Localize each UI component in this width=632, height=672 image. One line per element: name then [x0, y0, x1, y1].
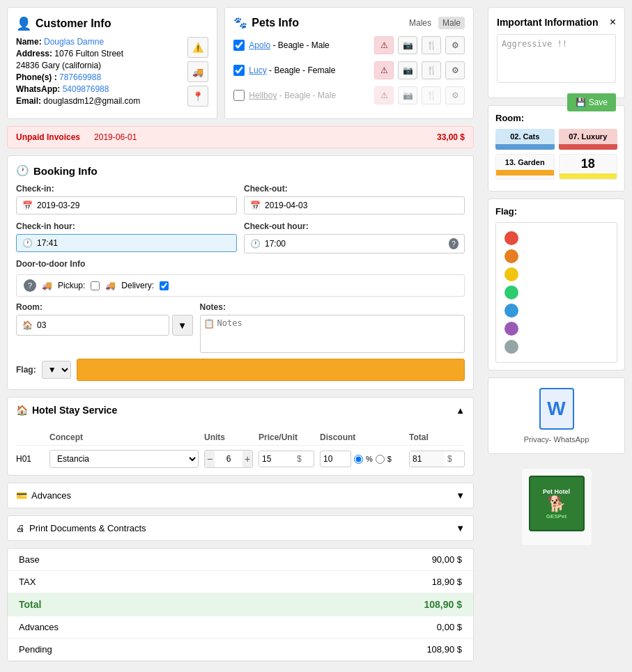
- checkout-input[interactable]: 📅: [244, 196, 465, 214]
- customer-truck-button[interactable]: 🚚: [187, 61, 208, 82]
- units-stepper[interactable]: − +: [204, 450, 253, 468]
- pet-warning-btn-apolo[interactable]: ⚠: [374, 36, 394, 54]
- hotel-stay-header[interactable]: 🏠 Hotel Stay Service ▲: [8, 398, 473, 423]
- notes-label: Notes:: [200, 302, 465, 312]
- units-decrement[interactable]: −: [205, 451, 215, 467]
- important-info-header: Important Information ×: [497, 16, 616, 29]
- pickup-checkbox[interactable]: [91, 281, 100, 290]
- service-units: − +: [204, 450, 253, 468]
- summary-pending-row: Pending 108,90 $: [8, 639, 473, 661]
- room-18-label: 18: [560, 155, 617, 173]
- flag-green[interactable]: [504, 286, 518, 299]
- flag-label: Flag:: [16, 365, 36, 375]
- print-title: 🖨 Print Documents & Contracts: [16, 523, 146, 533]
- customer-whatsapp-link[interactable]: 5409876988: [63, 84, 109, 94]
- time-icon-checkout: 🕐: [250, 239, 261, 249]
- customer-location-button[interactable]: 📍: [187, 86, 208, 107]
- total-field: [410, 451, 445, 467]
- print-header[interactable]: 🖨 Print Documents & Contracts ▼: [8, 516, 473, 540]
- discount-field[interactable]: [320, 451, 351, 467]
- room-dropdown-button[interactable]: ▼: [172, 315, 193, 336]
- room-box-luxury: 07. Luxury: [559, 129, 618, 150]
- flag-orange[interactable]: [504, 249, 518, 263]
- important-textarea[interactable]: Aggressive !!: [497, 34, 616, 83]
- flag-yellow[interactable]: [504, 267, 518, 281]
- notes-field[interactable]: [217, 318, 461, 350]
- truck-icon-delivery: 🚚: [105, 281, 116, 290]
- units-increment[interactable]: +: [242, 451, 252, 467]
- checkout-group: Check-out: 📅: [244, 184, 465, 214]
- pet-row-apolo: Apolo - Beagle - Male ⚠ 📷 🍴 ⚙: [233, 35, 465, 56]
- summary-total-row: Total 108,90 $: [8, 593, 473, 616]
- service-concept-select: Estancia: [49, 450, 199, 468]
- checkin-field[interactable]: [37, 201, 231, 210]
- room-group: Room: 🏠 ▼: [16, 302, 193, 353]
- flag-color-bar: [77, 359, 465, 381]
- flag-red[interactable]: [504, 231, 518, 245]
- discount-dollar-radio[interactable]: [376, 455, 385, 464]
- pet-settings-btn-hellboy[interactable]: ⚙: [445, 86, 465, 104]
- pet-name-hellboy[interactable]: Hellboy: [249, 91, 277, 100]
- pet-warning-btn-lucy[interactable]: ⚠: [374, 61, 394, 79]
- col-price-header: Price/Unit: [259, 432, 314, 442]
- gender-filter-males[interactable]: Males: [409, 18, 431, 28]
- doc-label: Privacy- WhatsApp: [498, 435, 615, 444]
- advances-header[interactable]: 💳 Advances ▼: [8, 483, 473, 508]
- unpaid-label: Unpaid Invoices: [16, 132, 80, 142]
- pet-camera-btn-lucy[interactable]: 📷: [398, 61, 417, 79]
- customer-section-title: 👤 Customer Info: [16, 16, 208, 31]
- important-close-button[interactable]: ×: [610, 16, 616, 29]
- delivery-checkbox[interactable]: [160, 281, 169, 290]
- pet-checkbox-lucy[interactable]: [233, 65, 245, 76]
- pet-name-lucy[interactable]: Lucy: [249, 65, 266, 75]
- concept-dropdown[interactable]: Estancia: [49, 450, 199, 468]
- pet-settings-btn-lucy[interactable]: ⚙: [445, 61, 465, 79]
- customer-phone-link[interactable]: 787669988: [59, 72, 101, 82]
- pet-fork-btn-apolo[interactable]: 🍴: [422, 36, 441, 54]
- checkin-hour-field[interactable]: [37, 238, 231, 248]
- discount-percent-radio[interactable]: [354, 455, 363, 464]
- room-field[interactable]: [37, 320, 163, 330]
- flag-right-card: Flag:: [488, 198, 625, 370]
- pet-name-apolo[interactable]: Apolo: [249, 40, 270, 50]
- collapse-icon-advances: ▼: [456, 490, 465, 501]
- price-input-wrapper[interactable]: $: [259, 451, 314, 467]
- privacy-whatsapp-card[interactable]: W Privacy- WhatsApp: [488, 377, 625, 454]
- units-input[interactable]: [215, 451, 242, 467]
- room-garden-label: 13. Garden: [496, 155, 554, 170]
- pet-warning-btn-hellboy[interactable]: ⚠: [374, 86, 394, 104]
- pet-camera-btn-apolo[interactable]: 📷: [398, 36, 417, 54]
- notes-group: Notes: 📋: [200, 302, 465, 353]
- room-row-bottom: 13. Garden 18: [495, 154, 617, 180]
- pet-fork-btn-hellboy[interactable]: 🍴: [422, 86, 441, 104]
- pet-checkbox-hellboy[interactable]: [233, 90, 245, 101]
- checkout-hour-input[interactable]: 🕐 ?: [244, 234, 465, 253]
- customer-warning-button[interactable]: ⚠️: [187, 37, 208, 58]
- advances-summary-value: 0,00 $: [437, 622, 462, 632]
- pet-settings-btn-apolo[interactable]: ⚙: [445, 36, 465, 54]
- unpaid-amount: 33,00 $: [437, 132, 465, 142]
- unpaid-date: 2019-06-01: [94, 132, 137, 142]
- room-input[interactable]: 🏠: [16, 315, 169, 336]
- flag-purple[interactable]: [504, 322, 518, 336]
- price-field[interactable]: [259, 451, 294, 467]
- pet-fork-btn-lucy[interactable]: 🍴: [422, 61, 441, 79]
- checkin-input[interactable]: 📅: [16, 196, 237, 214]
- checkin-hour-input[interactable]: 🕐: [16, 234, 237, 252]
- checkout-field[interactable]: [265, 201, 458, 210]
- calendar-icon-checkout: 📅: [250, 201, 261, 210]
- flag-gray[interactable]: [504, 340, 518, 354]
- pet-camera-btn-hellboy[interactable]: 📷: [398, 86, 417, 104]
- home-icon: 🏠: [22, 320, 33, 330]
- pet-row-hellboy: Hellboy - Beagle - Male ⚠ 📷 🍴 ⚙: [233, 85, 465, 106]
- flag-circles: [502, 228, 611, 357]
- checkin-label: Check-in:: [16, 184, 237, 194]
- pet-checkbox-apolo[interactable]: [233, 40, 245, 51]
- checkout-hour-field[interactable]: [265, 239, 445, 249]
- flag-select[interactable]: ▼: [42, 361, 71, 379]
- room-card-title: Room:: [495, 113, 617, 123]
- summary-advances-row: Advances 0,00 $: [8, 616, 473, 639]
- flag-blue[interactable]: [504, 304, 518, 318]
- customer-name-link[interactable]: Douglas Damne: [44, 37, 104, 47]
- important-save-button[interactable]: 💾 Save: [567, 93, 616, 111]
